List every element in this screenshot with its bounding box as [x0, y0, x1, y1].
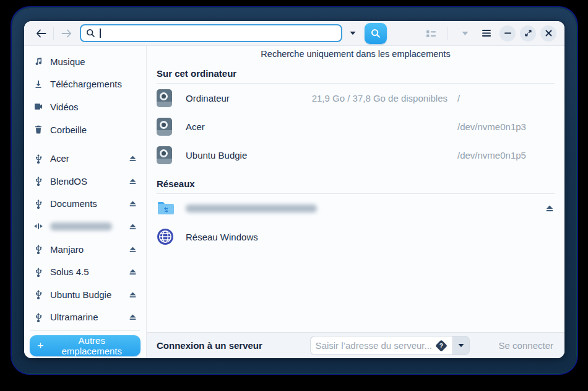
sidebar-item-label: Musique	[50, 56, 85, 67]
sidebar-item-label: Acer	[50, 153, 69, 164]
location-name: Réseau Windows	[186, 232, 258, 242]
files-window: Musique Téléchargements Vidéos Corbeille	[24, 21, 564, 358]
sidebar-item-label: Vidéos	[50, 102, 79, 112]
remote-mount-icon	[33, 221, 43, 231]
music-icon	[33, 56, 43, 66]
eject-button[interactable]	[545, 204, 555, 213]
eject-icon	[128, 200, 137, 208]
eject-icon	[128, 245, 137, 253]
sidebar-item-other-locations[interactable]: + Autres emplacements	[30, 335, 141, 356]
back-arrow-icon	[36, 29, 46, 38]
location-row-server-redacted[interactable]	[157, 194, 555, 222]
maximize-button[interactable]	[520, 25, 536, 42]
forward-arrow-icon	[61, 29, 72, 38]
eject-button[interactable]	[128, 154, 137, 162]
close-button[interactable]	[540, 25, 556, 42]
free-space-text: 21,9 Go / 37,8 Go de disponibles	[312, 93, 457, 103]
menu-button[interactable]	[478, 25, 495, 42]
sidebar-item-solus[interactable]: Solus 4.5	[24, 260, 146, 283]
desktop: Musique Téléchargements Vidéos Corbeille	[0, 0, 588, 391]
eject-button[interactable]	[128, 222, 137, 231]
eject-button[interactable]	[128, 177, 137, 185]
eject-button[interactable]	[128, 200, 137, 208]
help-icon[interactable]: ?	[435, 340, 447, 352]
sidebar-item-ubuntu-budgie[interactable]: Ubuntu Budgie	[24, 283, 146, 306]
sidebar-item-label: Corbeille	[50, 125, 87, 135]
server-address-group: ?	[310, 336, 470, 355]
view-options-dropdown[interactable]	[456, 25, 473, 42]
sidebar-item-telechargements[interactable]: Téléchargements	[24, 73, 146, 96]
video-camera-icon	[33, 102, 43, 112]
eject-icon	[128, 222, 137, 231]
download-icon	[33, 79, 43, 89]
sidebar-item-label: Documents	[50, 198, 97, 209]
location-name: Ordinateur	[186, 93, 230, 103]
eject-icon	[128, 177, 137, 185]
back-button[interactable]	[32, 25, 50, 42]
sidebar-spacer	[24, 141, 146, 147]
sidebar-item-label: Ultramarine	[50, 312, 98, 322]
sidebar-item-musique[interactable]: Musique	[24, 50, 146, 73]
location-name: Acer	[186, 121, 205, 132]
recent-servers-dropdown[interactable]	[452, 336, 470, 355]
maximize-icon	[524, 29, 532, 37]
search-input[interactable]	[80, 24, 342, 42]
view-list-button[interactable]	[422, 25, 439, 42]
eject-icon	[128, 154, 137, 162]
location-row-ubuntu-budgie[interactable]: Ubuntu Budgie /dev/nvme0n1p5	[157, 141, 555, 169]
location-row-windows-network[interactable]: Réseau Windows	[157, 222, 555, 251]
sidebar: Musique Téléchargements Vidéos Corbeille	[24, 46, 147, 358]
divider	[30, 330, 140, 331]
other-locations-label: Autres emplacements	[51, 335, 133, 356]
location-row-acer[interactable]: Acer /dev/nvme0n1p3	[157, 112, 555, 141]
redacted-label	[50, 222, 112, 231]
sidebar-item-manjaro[interactable]: Manjaro	[24, 238, 146, 261]
hamburger-icon	[482, 29, 491, 37]
minimize-button[interactable]	[499, 25, 516, 42]
content-area: Recherche uniquement dans les emplacemen…	[147, 46, 564, 358]
mount-path: /dev/nvme0n1p3	[457, 121, 555, 132]
usb-icon	[33, 289, 43, 299]
location-row-ordinateur[interactable]: Ordinateur 21,9 Go / 37,8 Go de disponib…	[157, 84, 555, 112]
minimize-icon	[504, 32, 511, 34]
eject-icon	[128, 313, 137, 321]
close-icon	[545, 30, 552, 37]
sidebar-item-acer[interactable]: Acer	[24, 147, 146, 170]
eject-button[interactable]	[128, 268, 137, 276]
sidebar-item-videos[interactable]: Vidéos	[24, 95, 146, 118]
divider	[447, 27, 448, 40]
server-address-field[interactable]: ?	[310, 336, 452, 355]
plus-icon: +	[37, 340, 44, 351]
chevron-down-icon	[350, 31, 356, 35]
sidebar-item-remote-redacted[interactable]	[24, 215, 146, 238]
text-cursor	[100, 29, 101, 38]
sidebar-item-ultramarine[interactable]: Ultramarine	[24, 306, 146, 329]
eject-button[interactable]	[128, 291, 137, 299]
usb-icon	[33, 176, 43, 186]
toolbar	[24, 21, 564, 46]
sidebar-item-corbeille[interactable]: Corbeille	[24, 118, 146, 141]
connect-button[interactable]: Se connecter	[499, 340, 553, 351]
usb-icon	[33, 244, 43, 254]
globe-icon	[157, 228, 174, 245]
harddisk-icon	[157, 89, 172, 107]
forward-button[interactable]	[58, 25, 75, 42]
sidebar-item-label: Manjaro	[50, 244, 84, 255]
connect-server-label: Connexion à un serveur	[157, 340, 262, 351]
network-folder-icon	[157, 200, 175, 216]
sidebar-item-blendos[interactable]: BlendOS	[24, 170, 146, 193]
harddisk-icon	[157, 118, 172, 136]
toolbar-right-group	[422, 25, 556, 42]
search-icon	[86, 29, 95, 38]
usb-icon	[33, 199, 43, 209]
sidebar-item-label: Ubuntu Budgie	[50, 289, 111, 300]
section-title-networks: Réseaux	[157, 178, 555, 189]
sidebar-item-documents[interactable]: Documents	[24, 193, 146, 216]
eject-button[interactable]	[128, 245, 137, 253]
divider	[53, 27, 54, 40]
server-address-input[interactable]	[316, 340, 435, 351]
mount-path: /	[457, 93, 555, 103]
search-go-button[interactable]	[365, 23, 387, 44]
search-history-dropdown[interactable]	[346, 25, 360, 42]
eject-button[interactable]	[128, 313, 137, 321]
